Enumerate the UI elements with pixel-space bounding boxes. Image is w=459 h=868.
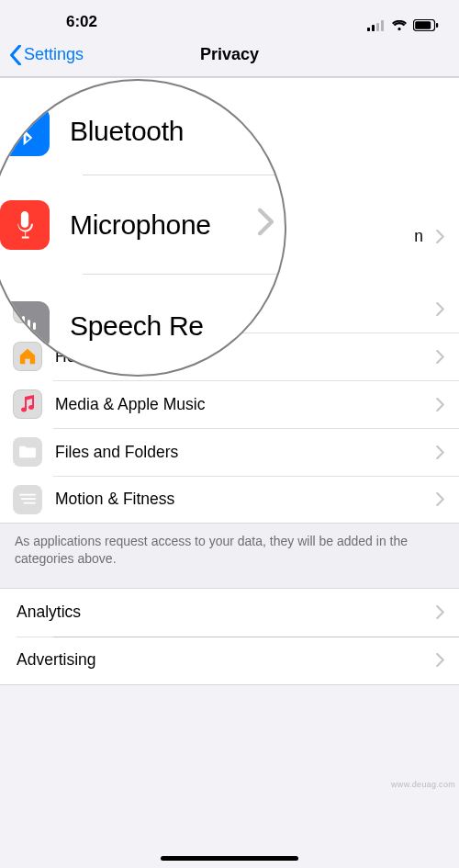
wifi-icon: [391, 20, 408, 31]
microphone-icon: [0, 200, 50, 250]
row-analytics[interactable]: Analytics: [0, 589, 459, 637]
chevron-right-icon: [436, 653, 444, 667]
svg-rect-2: [376, 23, 379, 31]
privacy-list-lower: Analytics Advertising: [0, 588, 459, 685]
row-label: Advertising: [17, 650, 436, 670]
chevron-right-icon: [436, 445, 444, 459]
chevron-left-icon: [9, 45, 22, 65]
chevron-right-icon: [436, 605, 444, 619]
svg-rect-14: [33, 322, 36, 330]
chevron-right-icon: [436, 398, 444, 411]
svg-rect-0: [367, 28, 370, 31]
row-label: Motion & Fitness: [55, 490, 436, 509]
mag-label: Microphone: [70, 209, 211, 241]
back-button[interactable]: Settings: [0, 45, 84, 65]
bottom-spacer: [0, 685, 459, 759]
row-motion[interactable]: Motion & Fitness: [0, 476, 459, 524]
row-media[interactable]: Media & Apple Music: [0, 380, 459, 428]
status-time: 6:02: [20, 13, 97, 31]
folder-icon: [13, 437, 42, 467]
magnifier-overlay: Bluetooth Microphone Speech Re: [0, 81, 285, 375]
row-advertising[interactable]: Advertising: [0, 637, 459, 684]
music-icon: [13, 389, 42, 419]
homekit-icon: [13, 342, 42, 371]
status-bar: 6:02: [0, 0, 459, 33]
chevron-right-icon: [436, 302, 444, 316]
nav-bar: Settings Privacy: [0, 33, 459, 77]
battery-icon: [413, 19, 439, 31]
screen: 6:02 Settings Privacy n Health: [0, 0, 459, 868]
home-indicator[interactable]: [161, 856, 298, 861]
svg-rect-1: [372, 25, 375, 31]
chevron-right-icon: [436, 492, 444, 506]
svg-rect-5: [415, 21, 431, 29]
cellular-icon: [367, 20, 386, 31]
chevron-right-icon: [436, 230, 444, 243]
motion-icon: [13, 485, 42, 514]
mag-label: Bluetooth: [70, 116, 184, 147]
section-footer: As applications request access to your d…: [0, 524, 459, 588]
status-indicators: [367, 19, 439, 31]
watermark: www.deuag.com: [391, 780, 455, 789]
mag-label: Speech Re: [70, 310, 204, 342]
row-speech-tail: n: [414, 227, 423, 246]
row-files[interactable]: Files and Folders: [0, 428, 459, 476]
row-label: Files and Folders: [55, 443, 436, 462]
svg-rect-3: [381, 20, 384, 31]
chevron-right-icon: [258, 208, 274, 242]
chevron-right-icon: [436, 350, 444, 364]
row-label: Media & Apple Music: [55, 395, 436, 414]
back-label: Settings: [24, 45, 84, 64]
mag-row-microphone[interactable]: Microphone: [0, 184, 285, 266]
row-label: Analytics: [17, 603, 436, 622]
svg-rect-6: [436, 23, 438, 28]
